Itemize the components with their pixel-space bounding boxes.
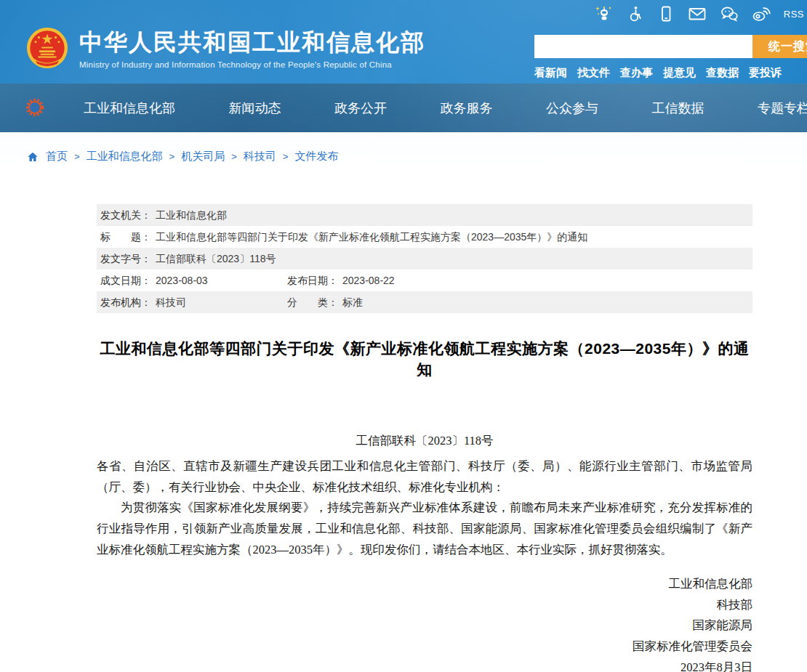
wechat-icon[interactable] (720, 5, 739, 23)
document-title: 工业和信息化部等四部门关于印发《新产业标准化领航工程实施方案（2023—2035… (97, 338, 752, 380)
quick-link-news[interactable]: 看新闻 (534, 66, 567, 80)
national-emblem-icon (26, 27, 68, 72)
signature-line: 科技部 (97, 595, 752, 616)
signature-line: 工业和信息化部 (97, 574, 752, 595)
breadcrumb-separator: > (74, 151, 80, 162)
breadcrumb-science-tech-dept[interactable]: 科技司 (244, 150, 276, 163)
meta-row-title: 标 题： 工业和信息化部等四部门关于印发《新产业标准化领航工程实施方案（2023… (97, 226, 752, 248)
nav-item-news[interactable]: 新闻动态 (229, 100, 281, 117)
search-zone: 统一搜索 看新闻 找文件 查办事 提意见 查数据 要投诉 (534, 35, 807, 80)
breadcrumb-separator: > (283, 151, 289, 162)
breadcrumb-separator: > (169, 151, 175, 162)
quick-link-files[interactable]: 找文件 (577, 66, 610, 80)
breadcrumb-document-release[interactable]: 文件发布 (294, 150, 338, 163)
mobile-icon[interactable] (657, 5, 675, 23)
breadcrumb-departments[interactable]: 机关司局 (181, 150, 225, 163)
nav-item-miit[interactable]: 工业和信息化部 (84, 100, 175, 117)
signature-line: 国家能源局 (97, 615, 752, 636)
document-meta-table: 发文机关： 工业和信息化部 标 题： 工业和信息化部等四部门关于印发《新产业标准… (97, 204, 752, 313)
meta-row-issuing-authority: 发文机关： 工业和信息化部 (97, 204, 752, 226)
nav-item-miit-data[interactable]: 工信数据 (652, 100, 704, 117)
breadcrumb-separator: > (231, 151, 237, 162)
rss-link[interactable]: RSS (784, 9, 804, 20)
search-input[interactable] (534, 35, 752, 58)
quick-link-feedback[interactable]: 提意见 (663, 66, 696, 80)
document-signatures: 工业和信息化部 科技部 国家能源局 国家标准化管理委员会 2023年8月3日 (97, 574, 752, 672)
document-container: 发文机关： 工业和信息化部 标 题： 工业和信息化部等四部门关于印发《新产业标准… (97, 204, 752, 672)
quick-links: 看新闻 找文件 查办事 提意见 查数据 要投诉 (534, 66, 807, 80)
accessibility-icon[interactable] (627, 5, 644, 23)
meta-row-dates: 成文日期： 2023-08-03 发布日期： 2023-08-22 (97, 270, 752, 291)
meta-row-publisher-category: 发布机构： 科技司 分 类： 标准 (97, 291, 752, 313)
mail-icon[interactable] (688, 5, 707, 23)
nav-item-public-participation[interactable]: 公众参与 (546, 100, 598, 117)
nav-item-special-topics[interactable]: 专题专栏 (758, 100, 807, 117)
nav-item-gov-disclosure[interactable]: 政务公开 (334, 100, 387, 117)
top-icon-bar: RSS (595, 4, 804, 23)
signature-date: 2023年8月3日 (97, 657, 752, 672)
miit-gear-logo-icon (24, 97, 46, 121)
home-icon[interactable] (26, 150, 39, 163)
site-brand: 中华人民共和国工业和信息化部 Ministry of Industry and … (26, 27, 425, 72)
main-nav: 工业和信息化部 新闻动态 政务公开 政务服务 公众参与 工信数据 专题专栏 (0, 84, 807, 132)
site-title: 中华人民共和国工业和信息化部 (79, 30, 425, 55)
nav-items: 工业和信息化部 新闻动态 政务公开 政务服务 公众参与 工信数据 专题专栏 (84, 84, 807, 132)
unified-search-button[interactable]: 统一搜索 (752, 35, 807, 58)
document-paragraph: 为贯彻落实《国家标准化发展纲要》，持续完善新兴产业标准体系建设，前瞻布局未来产业… (97, 498, 752, 560)
quick-link-services[interactable]: 查办事 (620, 66, 653, 80)
breadcrumb: 首页 > 工业和信息化部 > 机关司局 > 科技司 > 文件发布 (0, 132, 807, 165)
nav-item-gov-services[interactable]: 政务服务 (441, 100, 493, 117)
weibo-icon[interactable] (752, 5, 771, 23)
breadcrumb-home[interactable]: 首页 (46, 150, 68, 163)
quick-link-data[interactable]: 查数据 (706, 66, 739, 80)
site-header: RSS 中华人民共和国工业和信息化部 Ministry of Industry … (0, 0, 807, 84)
signature-line: 国家标准化管理委员会 (97, 636, 752, 657)
mascot-icon[interactable] (595, 4, 614, 23)
document-body: 工信部联科〔2023〕118号 各省、自治区、直辖市及新疆生产建设兵团工业和信息… (97, 431, 752, 672)
document-number: 工信部联科〔2023〕118号 (97, 431, 752, 452)
quick-link-complaint[interactable]: 要投诉 (749, 66, 782, 80)
site-title-en: Ministry of Industry and Information Tec… (79, 60, 425, 69)
meta-row-doc-number: 发文字号： 工信部联科〔2023〕118号 (97, 248, 752, 270)
document-salutation: 各省、自治区、直辖市及新疆生产建设兵团工业和信息化主管部门、科技厅（委、局）、能… (97, 456, 752, 498)
breadcrumb-miit[interactable]: 工业和信息化部 (87, 150, 163, 163)
